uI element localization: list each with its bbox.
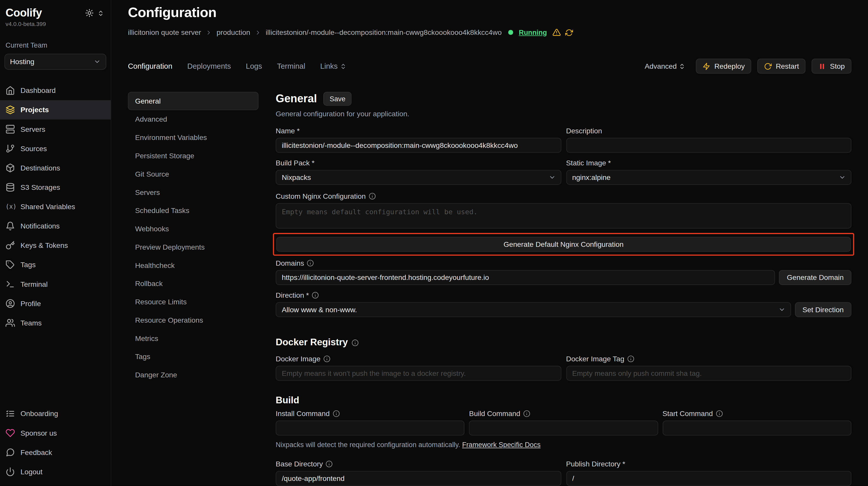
breadcrumb-application[interactable]: illicitestonion/-module--decomposition:m… [266,28,502,37]
sidebar-item-notifications[interactable]: Notifications [0,216,111,236]
tag-icon [6,260,15,269]
sidebar-item-onboarding[interactable]: Onboarding [0,404,111,423]
sidebar-item-label: Onboarding [20,410,58,418]
base-directory-label: Base Directory [276,460,323,468]
config-nav-metrics[interactable]: Metrics [128,329,258,348]
breadcrumb-environment[interactable]: production [217,28,250,37]
tab-logs[interactable]: Logs [246,62,262,70]
sidebar-item-sources[interactable]: Sources [0,139,111,158]
direction-field-group: Direction * Allow www & non-www. Set Dir… [276,291,851,317]
sidebar-item-keys-tokens[interactable]: Keys & Tokens [0,236,111,255]
direction-select[interactable]: Allow www & non-www. [276,302,791,317]
tab-configuration[interactable]: Configuration [128,62,172,70]
config-nav-tags[interactable]: Tags [128,348,258,366]
base-directory-field-group: Base Directory [276,460,561,486]
sidebar-item-dashboard[interactable]: Dashboard [0,81,111,100]
static-image-select[interactable]: nginx:alpine [566,170,851,185]
config-nav-webhooks[interactable]: Webhooks [128,220,258,238]
config-nav-git-source[interactable]: Git Source [128,165,258,183]
sidebar-item-label: Tags [20,261,36,269]
framework-docs-link[interactable]: Framework Specific Docs [462,441,540,449]
sidebar-item-label: Servers [20,125,45,134]
restart-icon [764,62,772,70]
team-selector[interactable]: Hosting [4,54,106,70]
nginx-config-textarea[interactable] [276,203,851,228]
config-nav-advanced[interactable]: Advanced [128,110,258,129]
base-directory-input[interactable] [276,471,561,486]
sidebar-item-logout[interactable]: Logout [0,462,111,481]
sun-icon[interactable] [85,9,94,17]
current-team-label: Current Team [0,27,111,50]
config-nav-rollback[interactable]: Rollback [128,274,258,293]
start-command-input[interactable] [662,421,851,435]
key-icon [6,241,15,250]
config-nav-preview-deployments[interactable]: Preview Deployments [128,238,258,256]
config-nav-resource-operations[interactable]: Resource Operations [128,311,258,329]
config-nav-danger-zone[interactable]: Danger Zone [128,366,258,384]
sidebar-item-servers[interactable]: Servers [0,120,111,139]
users-icon [6,318,15,328]
domains-input[interactable] [276,270,775,285]
sidebar-item-profile[interactable]: Profile [0,294,111,313]
sidebar-item-label: Projects [20,106,49,114]
tab-bar: Configuration Deployments Logs Terminal … [128,62,346,70]
stop-button[interactable]: Stop [812,59,851,74]
breadcrumb-project[interactable]: illicitonion quote server [128,28,201,37]
config-nav-resource-limits[interactable]: Resource Limits [128,293,258,311]
brand-row: Coolify [0,0,111,19]
generate-domain-button[interactable]: Generate Domain [779,270,851,285]
sidebar-item-shared-variables[interactable]: (x) Shared Variables [0,197,111,216]
docker-image-tag-field-group: Docker Image Tag [566,355,851,381]
info-icon [333,410,340,417]
sidebar-item-teams[interactable]: Teams [0,313,111,332]
sidebar-item-terminal[interactable]: Terminal [0,274,111,294]
docker-image-tag-input[interactable] [566,366,851,381]
config-nav-persistent-storage[interactable]: Persistent Storage [128,147,258,165]
advanced-dropdown[interactable]: Advanced [645,62,686,70]
config-nav-environment-variables[interactable]: Environment Variables [128,129,258,147]
sidebar-item-projects[interactable]: Projects [0,100,111,120]
description-input[interactable] [566,138,851,153]
domains-label: Domains [276,259,304,267]
generate-nginx-config-button[interactable]: Generate Default Nginx Configuration [276,237,851,252]
status-dot [508,30,514,35]
config-nav-scheduled-tasks[interactable]: Scheduled Tasks [128,201,258,220]
restart-button[interactable]: Restart [757,59,806,74]
chevron-down-icon [778,306,785,313]
tab-terminal[interactable]: Terminal [277,62,305,70]
config-nav-healthcheck[interactable]: Healthcheck [128,256,258,274]
sidebar-item-tags[interactable]: Tags [0,255,111,274]
config-nav-general[interactable]: General [128,92,258,110]
build-title: Build [276,395,299,406]
build-pack-select[interactable]: Nixpacks [276,170,561,185]
name-input[interactable] [276,138,561,153]
sidebar-item-feedback[interactable]: Feedback [0,443,111,462]
publish-directory-input[interactable] [566,471,851,486]
status-badge[interactable]: Running [519,29,547,36]
sidebar-item-s3-storages[interactable]: S3 Storages [0,177,111,197]
install-command-input[interactable] [276,421,465,435]
sidebar-item-destinations[interactable]: Destinations [0,158,111,177]
refresh-status-icon[interactable] [565,29,573,36]
section-title-general: General [276,92,317,105]
config-nav-servers[interactable]: Servers [128,183,258,201]
save-button[interactable]: Save [323,92,351,106]
build-pack-field-group: Build Pack * Nixpacks [276,159,561,185]
tab-links[interactable]: Links [320,62,346,70]
team-selector-value: Hosting [10,58,34,66]
tab-deployments[interactable]: Deployments [187,62,231,70]
chevron-down-icon [94,58,101,65]
restart-label: Restart [776,62,799,70]
docker-image-input[interactable] [276,366,561,381]
set-direction-button[interactable]: Set Direction [795,302,851,317]
info-icon [352,339,359,346]
build-command-input[interactable] [469,421,658,435]
publish-directory-field-group: Publish Directory * [566,460,851,486]
chevrons-up-down-icon[interactable] [97,10,104,16]
build-command-field-group: Build Command [469,410,658,435]
sidebar-item-label: Sponsor us [20,429,57,437]
helper-text: Nixpacks will detect the required config… [276,441,460,449]
sidebar-item-sponsor[interactable]: Sponsor us [0,423,111,443]
app-logo: Coolify [6,7,42,19]
redeploy-button[interactable]: Redeploy [696,59,751,74]
